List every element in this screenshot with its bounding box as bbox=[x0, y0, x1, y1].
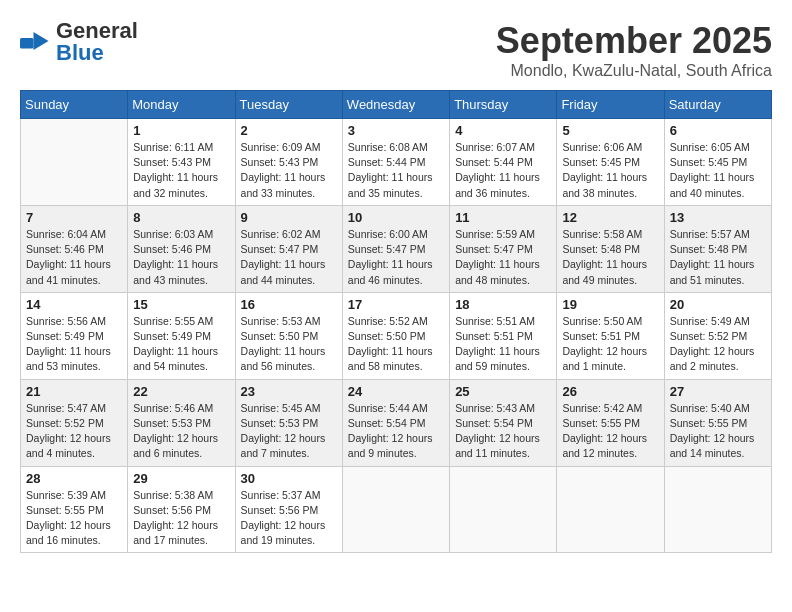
day-info: Sunrise: 5:45 AMSunset: 5:53 PMDaylight:… bbox=[241, 401, 337, 462]
day-info: Sunrise: 5:59 AMSunset: 5:47 PMDaylight:… bbox=[455, 227, 551, 288]
weekday-header: Monday bbox=[128, 91, 235, 119]
day-info: Sunrise: 5:46 AMSunset: 5:53 PMDaylight:… bbox=[133, 401, 229, 462]
day-number: 23 bbox=[241, 384, 337, 399]
calendar-day-cell: 22Sunrise: 5:46 AMSunset: 5:53 PMDayligh… bbox=[128, 379, 235, 466]
day-number: 5 bbox=[562, 123, 658, 138]
calendar-day-cell: 25Sunrise: 5:43 AMSunset: 5:54 PMDayligh… bbox=[450, 379, 557, 466]
title-area: September 2025 Mondlo, KwaZulu-Natal, So… bbox=[496, 20, 772, 80]
day-number: 26 bbox=[562, 384, 658, 399]
logo-blue: Blue bbox=[56, 40, 104, 65]
calendar-day-cell: 1Sunrise: 6:11 AMSunset: 5:43 PMDaylight… bbox=[128, 119, 235, 206]
day-number: 2 bbox=[241, 123, 337, 138]
day-number: 10 bbox=[348, 210, 444, 225]
day-info: Sunrise: 6:05 AMSunset: 5:45 PMDaylight:… bbox=[670, 140, 766, 201]
day-info: Sunrise: 6:03 AMSunset: 5:46 PMDaylight:… bbox=[133, 227, 229, 288]
day-info: Sunrise: 5:50 AMSunset: 5:51 PMDaylight:… bbox=[562, 314, 658, 375]
calendar-day-cell bbox=[21, 119, 128, 206]
calendar-day-cell: 8Sunrise: 6:03 AMSunset: 5:46 PMDaylight… bbox=[128, 205, 235, 292]
svg-rect-0 bbox=[20, 38, 34, 49]
day-number: 19 bbox=[562, 297, 658, 312]
day-number: 24 bbox=[348, 384, 444, 399]
logo-text: General Blue bbox=[56, 18, 138, 65]
svg-marker-1 bbox=[34, 32, 49, 50]
calendar-day-cell: 27Sunrise: 5:40 AMSunset: 5:55 PMDayligh… bbox=[664, 379, 771, 466]
day-number: 3 bbox=[348, 123, 444, 138]
calendar-day-cell: 13Sunrise: 5:57 AMSunset: 5:48 PMDayligh… bbox=[664, 205, 771, 292]
day-number: 25 bbox=[455, 384, 551, 399]
calendar-day-cell: 15Sunrise: 5:55 AMSunset: 5:49 PMDayligh… bbox=[128, 292, 235, 379]
header: General Blue September 2025 Mondlo, KwaZ… bbox=[20, 20, 772, 80]
day-info: Sunrise: 6:04 AMSunset: 5:46 PMDaylight:… bbox=[26, 227, 122, 288]
day-info: Sunrise: 6:02 AMSunset: 5:47 PMDaylight:… bbox=[241, 227, 337, 288]
day-number: 20 bbox=[670, 297, 766, 312]
day-info: Sunrise: 6:07 AMSunset: 5:44 PMDaylight:… bbox=[455, 140, 551, 201]
day-number: 13 bbox=[670, 210, 766, 225]
calendar-day-cell: 26Sunrise: 5:42 AMSunset: 5:55 PMDayligh… bbox=[557, 379, 664, 466]
calendar-day-cell: 29Sunrise: 5:38 AMSunset: 5:56 PMDayligh… bbox=[128, 466, 235, 553]
day-info: Sunrise: 5:38 AMSunset: 5:56 PMDaylight:… bbox=[133, 488, 229, 549]
day-number: 9 bbox=[241, 210, 337, 225]
day-number: 1 bbox=[133, 123, 229, 138]
weekday-header: Wednesday bbox=[342, 91, 449, 119]
calendar-day-cell: 18Sunrise: 5:51 AMSunset: 5:51 PMDayligh… bbox=[450, 292, 557, 379]
day-number: 28 bbox=[26, 471, 122, 486]
day-info: Sunrise: 6:06 AMSunset: 5:45 PMDaylight:… bbox=[562, 140, 658, 201]
day-info: Sunrise: 6:08 AMSunset: 5:44 PMDaylight:… bbox=[348, 140, 444, 201]
calendar-day-cell: 23Sunrise: 5:45 AMSunset: 5:53 PMDayligh… bbox=[235, 379, 342, 466]
day-info: Sunrise: 5:53 AMSunset: 5:50 PMDaylight:… bbox=[241, 314, 337, 375]
calendar-day-cell: 19Sunrise: 5:50 AMSunset: 5:51 PMDayligh… bbox=[557, 292, 664, 379]
day-number: 18 bbox=[455, 297, 551, 312]
logo-icon bbox=[20, 32, 50, 50]
day-info: Sunrise: 5:51 AMSunset: 5:51 PMDaylight:… bbox=[455, 314, 551, 375]
calendar-day-cell bbox=[664, 466, 771, 553]
calendar-week-row: 28Sunrise: 5:39 AMSunset: 5:55 PMDayligh… bbox=[21, 466, 772, 553]
calendar-day-cell: 10Sunrise: 6:00 AMSunset: 5:47 PMDayligh… bbox=[342, 205, 449, 292]
weekday-header: Saturday bbox=[664, 91, 771, 119]
weekday-header: Tuesday bbox=[235, 91, 342, 119]
day-info: Sunrise: 5:37 AMSunset: 5:56 PMDaylight:… bbox=[241, 488, 337, 549]
location: Mondlo, KwaZulu-Natal, South Africa bbox=[496, 62, 772, 80]
day-info: Sunrise: 5:47 AMSunset: 5:52 PMDaylight:… bbox=[26, 401, 122, 462]
day-info: Sunrise: 5:43 AMSunset: 5:54 PMDaylight:… bbox=[455, 401, 551, 462]
day-info: Sunrise: 5:55 AMSunset: 5:49 PMDaylight:… bbox=[133, 314, 229, 375]
calendar-week-row: 7Sunrise: 6:04 AMSunset: 5:46 PMDaylight… bbox=[21, 205, 772, 292]
calendar: SundayMondayTuesdayWednesdayThursdayFrid… bbox=[20, 90, 772, 553]
day-number: 14 bbox=[26, 297, 122, 312]
day-info: Sunrise: 5:40 AMSunset: 5:55 PMDaylight:… bbox=[670, 401, 766, 462]
calendar-day-cell bbox=[450, 466, 557, 553]
day-number: 21 bbox=[26, 384, 122, 399]
calendar-day-cell: 5Sunrise: 6:06 AMSunset: 5:45 PMDaylight… bbox=[557, 119, 664, 206]
day-info: Sunrise: 6:00 AMSunset: 5:47 PMDaylight:… bbox=[348, 227, 444, 288]
day-info: Sunrise: 5:42 AMSunset: 5:55 PMDaylight:… bbox=[562, 401, 658, 462]
calendar-day-cell: 20Sunrise: 5:49 AMSunset: 5:52 PMDayligh… bbox=[664, 292, 771, 379]
day-number: 11 bbox=[455, 210, 551, 225]
calendar-day-cell: 3Sunrise: 6:08 AMSunset: 5:44 PMDaylight… bbox=[342, 119, 449, 206]
day-number: 7 bbox=[26, 210, 122, 225]
day-number: 22 bbox=[133, 384, 229, 399]
calendar-day-cell: 11Sunrise: 5:59 AMSunset: 5:47 PMDayligh… bbox=[450, 205, 557, 292]
day-number: 12 bbox=[562, 210, 658, 225]
calendar-day-cell: 21Sunrise: 5:47 AMSunset: 5:52 PMDayligh… bbox=[21, 379, 128, 466]
day-number: 30 bbox=[241, 471, 337, 486]
weekday-header: Thursday bbox=[450, 91, 557, 119]
calendar-day-cell: 2Sunrise: 6:09 AMSunset: 5:43 PMDaylight… bbox=[235, 119, 342, 206]
day-info: Sunrise: 6:11 AMSunset: 5:43 PMDaylight:… bbox=[133, 140, 229, 201]
day-info: Sunrise: 5:56 AMSunset: 5:49 PMDaylight:… bbox=[26, 314, 122, 375]
calendar-day-cell: 17Sunrise: 5:52 AMSunset: 5:50 PMDayligh… bbox=[342, 292, 449, 379]
calendar-day-cell: 7Sunrise: 6:04 AMSunset: 5:46 PMDaylight… bbox=[21, 205, 128, 292]
logo: General Blue bbox=[20, 20, 138, 64]
day-number: 17 bbox=[348, 297, 444, 312]
day-number: 29 bbox=[133, 471, 229, 486]
day-info: Sunrise: 5:52 AMSunset: 5:50 PMDaylight:… bbox=[348, 314, 444, 375]
calendar-day-cell: 4Sunrise: 6:07 AMSunset: 5:44 PMDaylight… bbox=[450, 119, 557, 206]
day-info: Sunrise: 5:58 AMSunset: 5:48 PMDaylight:… bbox=[562, 227, 658, 288]
day-info: Sunrise: 5:49 AMSunset: 5:52 PMDaylight:… bbox=[670, 314, 766, 375]
calendar-day-cell: 28Sunrise: 5:39 AMSunset: 5:55 PMDayligh… bbox=[21, 466, 128, 553]
calendar-day-cell bbox=[342, 466, 449, 553]
day-number: 6 bbox=[670, 123, 766, 138]
calendar-day-cell: 9Sunrise: 6:02 AMSunset: 5:47 PMDaylight… bbox=[235, 205, 342, 292]
calendar-day-cell: 24Sunrise: 5:44 AMSunset: 5:54 PMDayligh… bbox=[342, 379, 449, 466]
day-info: Sunrise: 5:39 AMSunset: 5:55 PMDaylight:… bbox=[26, 488, 122, 549]
day-number: 15 bbox=[133, 297, 229, 312]
day-number: 16 bbox=[241, 297, 337, 312]
